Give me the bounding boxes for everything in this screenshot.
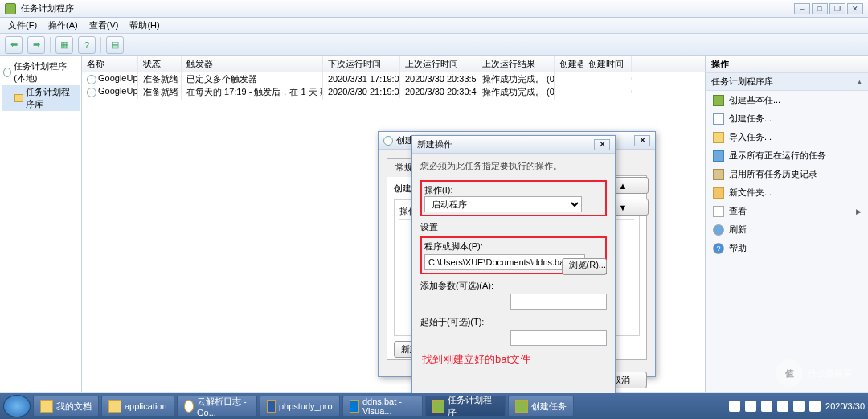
start-button[interactable] <box>3 395 31 417</box>
tray-icon[interactable] <box>809 401 821 412</box>
minimize-button[interactable]: – <box>794 3 810 14</box>
nav-tree: 任务计划程序 (本地) 任务计划程序库 <box>0 56 82 392</box>
new-action-dialog: 新建操作 ✕ 您必须为此任务指定要执行的操作。 操作(I): 启动程序 设置 程… <box>411 135 616 419</box>
tray-icon[interactable] <box>777 401 788 412</box>
col-ctime[interactable]: 创建时间 <box>583 56 632 72</box>
col-last[interactable]: 上次运行时间 <box>400 56 477 72</box>
menu-help[interactable]: 帮助(H) <box>125 18 164 33</box>
browse-button[interactable]: 浏览(R)... <box>562 258 607 275</box>
action-item-icon: ? <box>713 243 724 254</box>
script-path-input[interactable] <box>424 254 585 270</box>
toolbar-button-1[interactable]: ▦ <box>55 36 73 54</box>
script-label: 程序或脚本(P): <box>424 240 603 253</box>
action-type-select[interactable]: 启动程序 <box>424 196 582 212</box>
grid-header: 名称 状态 触发器 下次运行时间 上次运行时间 上次运行结果 创建者 创建时间 <box>82 56 705 72</box>
col-result[interactable]: 上次运行结果 <box>477 56 555 72</box>
tree-root[interactable]: 任务计划程序 (本地) <box>2 60 80 85</box>
close-button[interactable]: ✕ <box>847 3 863 14</box>
close-icon[interactable]: ✕ <box>594 139 610 150</box>
actions-header: 操作 <box>706 56 868 72</box>
nav-forward-button[interactable]: ➡ <box>27 36 45 54</box>
col-status[interactable]: 状态 <box>138 56 182 72</box>
taskbar: 我的文档application云解析日志 - Go...phpstudy_pro… <box>0 393 868 419</box>
chevron-up-icon: ▲ <box>856 78 863 86</box>
arguments-label: 添加参数(可选)(A): <box>420 280 607 292</box>
tray-icon[interactable] <box>793 401 805 412</box>
table-row[interactable]: GoogleUp...准备就绪在每天的 17:19 - 触发后，在 1 天 期间… <box>82 85 705 98</box>
tray-icon[interactable] <box>761 401 772 412</box>
tree-root-label: 任务计划程序 (本地) <box>14 60 78 84</box>
settings-label: 设置 <box>420 221 607 233</box>
taskbar-item[interactable]: 云解析日志 - Go... <box>177 396 257 417</box>
action-item-label: 启用所有任务历史记录 <box>729 168 817 180</box>
toolbar-button-3[interactable]: ▤ <box>106 36 124 54</box>
taskbar-item-label: application <box>125 401 167 411</box>
annotation-box-action: 操作(I): 启动程序 <box>420 180 607 216</box>
action-item-icon <box>713 169 724 180</box>
menu-file[interactable]: 文件(F) <box>3 18 42 33</box>
task-icon <box>87 88 96 97</box>
actions-pane: 操作 任务计划程序库 ▲ 创建基本任...创建任务...导入任务...显示所有正… <box>706 56 868 392</box>
toolbar-button-2[interactable]: ? <box>78 36 96 54</box>
dialog-hint: 您必须为此任务指定要执行的操作。 <box>420 160 607 172</box>
close-icon[interactable]: ✕ <box>634 135 650 146</box>
actions-item[interactable]: 创建基本任... <box>706 91 868 109</box>
arguments-input[interactable] <box>510 294 607 310</box>
actions-section-title[interactable]: 任务计划程序库 ▲ <box>706 72 868 91</box>
actions-item[interactable]: 导入任务... <box>706 128 868 146</box>
taskbar-item[interactable]: 创建任务 <box>508 396 574 417</box>
startin-label: 起始于(可选)(T): <box>420 316 607 328</box>
taskbar-item[interactable]: 任务计划程序 <box>425 396 506 417</box>
col-name[interactable]: 名称 <box>82 56 138 72</box>
taskbar-item-icon <box>267 400 276 413</box>
maximize-button[interactable]: □ <box>812 3 828 14</box>
watermark-icon: 值 <box>776 359 803 387</box>
taskbar-item-label: ddns.bat - Visua... <box>362 396 416 416</box>
col-trigger[interactable]: 触发器 <box>182 56 323 72</box>
tray-icon[interactable] <box>729 401 740 412</box>
nav-back-button[interactable]: ⬅ <box>5 36 23 54</box>
taskbar-item-label: phpstudy_pro <box>279 401 333 411</box>
menu-view[interactable]: 查看(V) <box>84 18 124 33</box>
taskbar-item[interactable]: application <box>101 396 174 417</box>
actions-item[interactable]: 查看▶ <box>706 202 868 220</box>
taskbar-clock[interactable]: 2020/3/30 <box>825 401 865 411</box>
taskbar-item-icon <box>432 400 444 413</box>
toolbar-divider <box>100 37 101 53</box>
taskbar-item[interactable]: 我的文档 <box>33 396 99 417</box>
actions-item[interactable]: 显示所有正在运行的任务 <box>706 146 868 165</box>
taskbar-item-icon <box>515 400 528 413</box>
startin-input[interactable] <box>510 330 607 346</box>
col-next[interactable]: 下次运行时间 <box>323 56 400 72</box>
actions-item[interactable]: 刷新 <box>706 220 868 239</box>
task-icon <box>87 75 96 84</box>
scheduler-icon <box>3 68 11 77</box>
action-item-label: 导入任务... <box>729 131 772 143</box>
actions-item[interactable]: ?帮助 <box>706 239 868 257</box>
actions-item[interactable]: 新文件夹... <box>706 183 868 202</box>
col-author[interactable]: 创建者 <box>555 56 583 72</box>
dialog-titlebar[interactable]: 新建操作 ✕ <box>412 136 615 154</box>
taskbar-item-icon <box>108 400 121 413</box>
tray-icon[interactable] <box>745 401 756 412</box>
action-item-icon <box>713 224 724 236</box>
actions-item[interactable]: 创建任务... <box>706 109 868 128</box>
action-item-label: 创建任务... <box>729 113 772 125</box>
window-title: 任务计划程序 <box>21 2 74 14</box>
tree-library[interactable]: 任务计划程序库 <box>2 85 80 111</box>
menu-action[interactable]: 操作(A) <box>43 18 83 33</box>
taskbar-item[interactable]: phpstudy_pro <box>260 396 340 417</box>
action-item-label: 显示所有正在运行的任务 <box>729 150 826 162</box>
taskbar-item-icon <box>350 400 359 413</box>
actions-item[interactable]: 启用所有任务历史记录 <box>706 165 868 183</box>
taskbar-item[interactable]: ddns.bat - Visua... <box>342 396 423 417</box>
menu-bar: 文件(F) 操作(A) 查看(V) 帮助(H) <box>0 18 868 34</box>
action-item-icon <box>713 187 724 199</box>
scheduler-icon <box>383 136 393 146</box>
watermark: 值 什么值得买 <box>776 359 852 387</box>
watermark-text: 什么值得买 <box>808 368 852 380</box>
window-controls: – □ ❐ ✕ <box>794 3 863 14</box>
taskbar-item-label: 任务计划程序 <box>448 396 498 417</box>
restore-button[interactable]: ❐ <box>829 3 845 14</box>
action-item-icon <box>713 206 724 217</box>
